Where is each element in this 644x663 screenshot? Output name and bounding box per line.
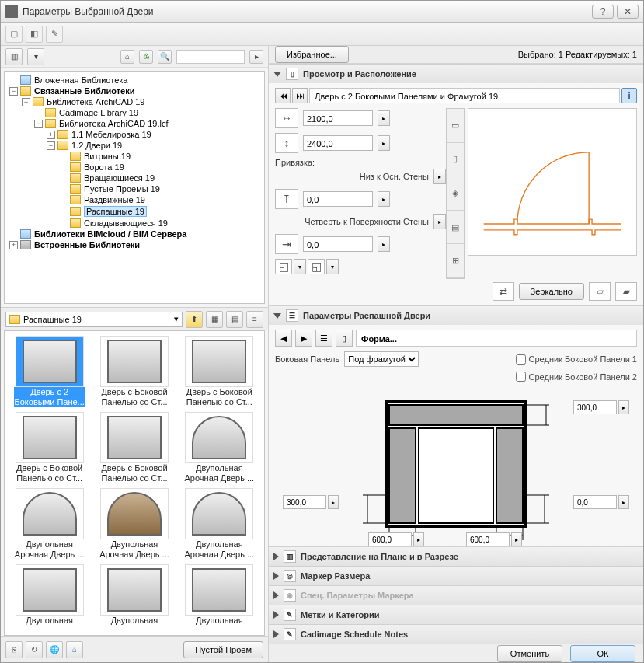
stepper-icon[interactable]: ▸ — [433, 214, 446, 229]
door-thumbnail[interactable]: Дверь с БоковойПанелью со Ст... — [8, 410, 91, 485]
collapse-icon[interactable]: − — [9, 87, 18, 96]
collapse-icon[interactable]: − — [22, 98, 30, 106]
page-form-icon[interactable]: ▯ — [336, 330, 353, 347]
next-object-button[interactable]: ⏭ — [292, 88, 308, 103]
tree-item[interactable]: Вложенная Библиотека — [6, 75, 263, 85]
view-mode-arrow[interactable]: ▾ — [27, 48, 44, 65]
view-large-icons[interactable]: ▦ — [206, 311, 223, 328]
reload-library-button[interactable]: ↻ — [26, 641, 43, 658]
door-thumbnail[interactable]: Двупольная — [8, 563, 91, 627]
prev-object-button[interactable]: ⏮ — [275, 88, 291, 103]
tree-item[interactable]: −1.2 Двери 19 — [6, 140, 263, 151]
tree-item[interactable]: Ворота 19 — [6, 162, 263, 173]
tree-item[interactable]: +Встроенные Библиотеки — [6, 239, 263, 250]
section-header-cadimage[interactable]: ✎Cadimage Schedule Notes — [269, 625, 643, 644]
tree-filter-icon[interactable]: ♳ — [139, 50, 153, 64]
stepper-icon[interactable]: ▸ — [511, 532, 522, 546]
tree-item[interactable]: −Библиотека ArchiCAD 19 — [6, 96, 263, 107]
door-thumbnail[interactable]: Двупольная — [178, 563, 261, 627]
up-folder-button[interactable]: ⬆ — [186, 311, 203, 328]
door-thumbnail-selected[interactable]: Дверь с 2Боковыми Пане... — [8, 334, 91, 409]
tree-item[interactable]: −Библиотека ArchiCAD 19.lcf — [6, 118, 263, 129]
section-header-marker[interactable]: ◎Маркер Размера — [269, 567, 643, 585]
stepper-icon[interactable]: ▸ — [618, 495, 629, 509]
door-thumbnail[interactable]: ДвупольнаяАрочная Дверь ... — [8, 487, 91, 561]
empty-opening-button[interactable]: Пустой Проем — [183, 641, 263, 658]
info-button[interactable]: i — [621, 88, 637, 103]
dim-br-input[interactable]: 600,0 — [466, 532, 510, 546]
stepper-icon[interactable]: ▸ — [378, 135, 390, 151]
preview-mode-section[interactable]: ⊞ — [447, 244, 464, 278]
tree-item[interactable]: Cadimage Library 19 — [6, 107, 263, 118]
tree-item[interactable]: +1.1 Мебелировка 19 — [6, 129, 263, 140]
door-thumbnail[interactable]: Дверь с БоковойПанелью со Ст... — [178, 334, 261, 409]
anchor-input[interactable]: 0,0 — [303, 191, 373, 207]
view-small-icons[interactable]: ▤ — [226, 311, 243, 328]
swing-dir2-icon[interactable]: ▰ — [615, 282, 637, 301]
height-input[interactable]: 2400,0 — [303, 135, 373, 151]
anchor-mode2-icon[interactable]: ◱ — [308, 259, 325, 274]
swing-dir1-icon[interactable]: ▱ — [589, 282, 611, 301]
expand-icon[interactable]: + — [47, 131, 55, 139]
search-input[interactable] — [176, 50, 245, 64]
tree-item[interactable]: Библиотеки BIMcloud / BIM Сервера — [6, 229, 263, 239]
flip-marker-icon[interactable]: ⇄ — [493, 282, 514, 301]
stepper-icon[interactable]: ▸ — [378, 191, 390, 207]
width-input[interactable]: 2100,0 — [303, 110, 373, 126]
view-list[interactable]: ≡ — [246, 311, 263, 328]
door-thumbnail[interactable]: Дверь с БоковойПанелью со Ст... — [92, 410, 176, 485]
preview-2d[interactable] — [468, 108, 637, 256]
stepper-icon[interactable]: ▸ — [328, 495, 339, 509]
stepper-icon[interactable]: ▸ — [433, 169, 446, 184]
door-thumbnail[interactable]: Двупольная — [92, 563, 176, 627]
section-header-swing[interactable]: ☰ Параметры Распашной Двери — [269, 306, 643, 325]
stepper-icon[interactable]: ▸ — [618, 400, 629, 414]
page-list-icon[interactable]: ☰ — [315, 330, 332, 347]
door-thumbnail[interactable]: ДвупольнаяАрочная Дверь ... — [92, 487, 176, 561]
ok-button[interactable]: ОК — [570, 645, 635, 662]
load-library-button[interactable]: ⎘ — [5, 641, 23, 658]
collapse-icon[interactable]: − — [34, 120, 43, 128]
reveal-input[interactable]: 0,0 — [303, 236, 373, 252]
preview-mode-2d[interactable]: ▭ — [447, 109, 464, 143]
search-go-icon[interactable]: ▸ — [249, 50, 263, 64]
mullion1-checkbox[interactable]: Средник Боковой Панели 1 — [516, 354, 637, 365]
tree-item[interactable]: −Связанные Библиотеки — [6, 85, 263, 96]
view-mode-button[interactable]: ▥ — [5, 48, 23, 65]
folder-combo[interactable]: Распашные 19 ▾ — [5, 312, 183, 327]
preview-mode-front[interactable]: ▯ — [447, 143, 464, 177]
tree-item[interactable]: Раздвижные 19 — [6, 194, 263, 205]
stepper-icon[interactable]: ▸ — [413, 532, 424, 546]
help-button[interactable]: ? — [592, 5, 614, 19]
favorites-button[interactable]: Избранное... — [275, 46, 349, 63]
section-header-plan[interactable]: ▥Представление на Плане и в Разрезе — [269, 547, 643, 566]
expand-icon[interactable]: + — [9, 241, 18, 249]
dim-right-input[interactable]: 0,0 — [573, 495, 617, 509]
tree-item-selected[interactable]: Распашные 19 — [6, 205, 263, 218]
door-thumbnail[interactable]: ДвупольнаяАрочная Дверь ... — [178, 487, 261, 561]
section-header-tags[interactable]: ✎Метки и Категории — [269, 605, 643, 624]
anchor-mode-icon[interactable]: ◰ — [275, 259, 292, 274]
dim-left-input[interactable]: 300,0 — [283, 495, 326, 509]
tree-item[interactable]: Витрины 19 — [6, 151, 263, 162]
prev-page-button[interactable]: ◀ — [275, 330, 292, 347]
cancel-button[interactable]: Отменить — [497, 645, 562, 662]
dim-top-input[interactable]: 300,0 — [573, 400, 617, 414]
mirror-button[interactable]: Зеркально — [519, 283, 584, 300]
stepper-icon[interactable]: ▸ — [378, 236, 390, 252]
side-panel-select[interactable]: Под фрамугой — [344, 351, 419, 367]
tree-item[interactable]: Складывающиеся 19 — [6, 218, 263, 229]
collapse-icon[interactable]: − — [47, 141, 55, 150]
chevron-down-icon[interactable]: ▾ — [294, 259, 306, 274]
tree-item[interactable]: Вращающиеся 19 — [6, 173, 263, 183]
library-tree[interactable]: Вложенная Библиотека −Связанные Библиоте… — [4, 71, 265, 304]
next-page-button[interactable]: ▶ — [295, 330, 312, 347]
preview-mode-3d[interactable]: ◈ — [447, 176, 464, 211]
stepper-icon[interactable]: ▸ — [378, 110, 390, 126]
preview-mode-elev[interactable]: ▤ — [447, 211, 464, 245]
close-button[interactable]: ✕ — [617, 5, 639, 19]
home-library-button[interactable]: ⌂ — [66, 641, 83, 658]
web-library-button[interactable]: 🌐 — [46, 641, 63, 658]
tree-item[interactable]: Пустые Проемы 19 — [6, 183, 263, 194]
door-thumbnail[interactable]: Дверь с БоковойПанелью со Ст... — [92, 334, 176, 409]
